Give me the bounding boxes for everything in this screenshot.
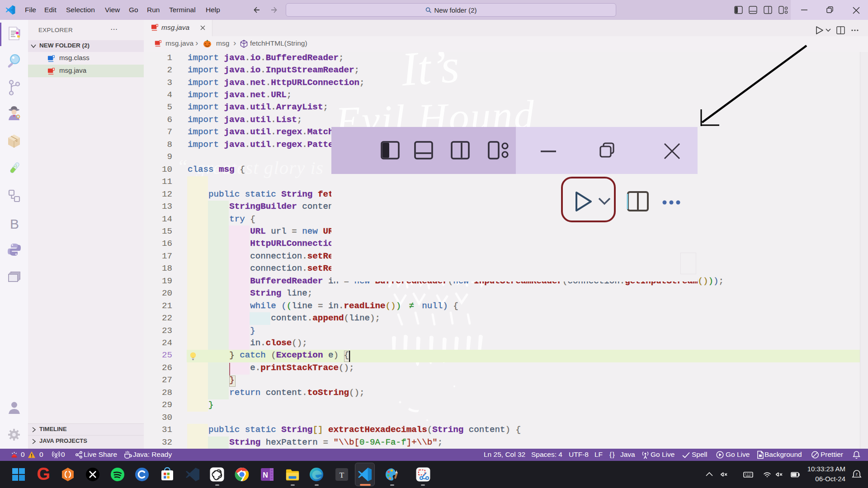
svg-text:T: T (340, 471, 344, 479)
svg-text:N: N (263, 471, 268, 479)
svg-text:z: z (856, 472, 858, 476)
